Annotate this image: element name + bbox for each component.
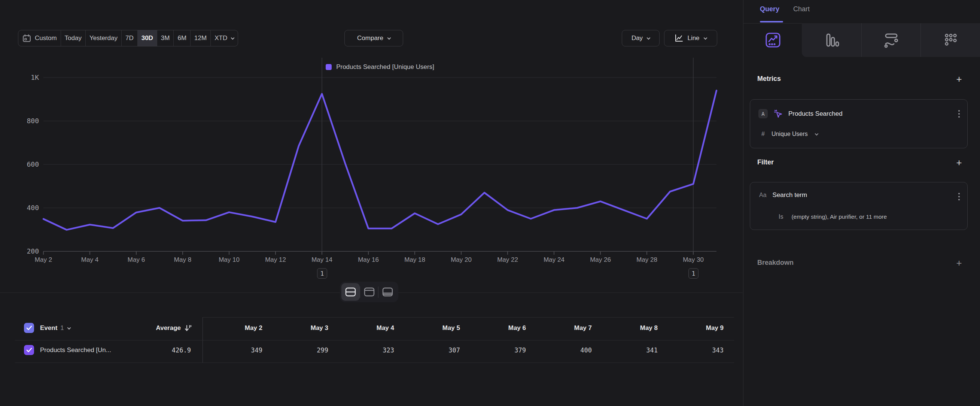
- annotation-badge-may30[interactable]: 1: [688, 268, 698, 279]
- metric-card[interactable]: A Products Searched # Unique Users: [750, 99, 968, 148]
- report-tab-retention[interactable]: [921, 23, 980, 57]
- row-checkbox[interactable]: [24, 345, 34, 355]
- chevron-down-icon: [647, 36, 651, 40]
- funnels-icon: [824, 32, 841, 49]
- add-filter-button[interactable]: +: [954, 158, 964, 168]
- select-all-checkbox[interactable]: [24, 323, 34, 333]
- column-header[interactable]: May 5: [400, 324, 460, 332]
- filter-section-title: Filter: [757, 158, 774, 166]
- view-chart-button[interactable]: [360, 283, 379, 301]
- flows-icon: [882, 31, 900, 49]
- range-3m[interactable]: 3M: [157, 30, 174, 46]
- range-7d[interactable]: 7D: [122, 30, 138, 46]
- x-tick-label: May 14: [301, 256, 342, 264]
- x-tick-label: May 10: [208, 256, 250, 264]
- column-header[interactable]: May 7: [532, 324, 592, 332]
- chevron-down-icon: [703, 36, 707, 40]
- x-tick-label: May 16: [348, 256, 389, 264]
- metric-menu-button[interactable]: [958, 110, 960, 118]
- event-pointer-icon: [773, 108, 783, 119]
- x-tick-label: May 12: [255, 256, 296, 264]
- range-12m[interactable]: 12M: [191, 30, 211, 46]
- view-toggle: [340, 282, 398, 302]
- column-header[interactable]: May 4: [334, 324, 394, 332]
- table-top-border: [202, 317, 734, 318]
- x-axis-ticks: [43, 251, 693, 255]
- series-products-searched: [43, 91, 716, 230]
- insights-icon: [764, 31, 782, 49]
- report-tab-insights[interactable]: [743, 23, 803, 57]
- analytics-app: Custom Today Yesterday 7D 30D 3M 6M 12M …: [0, 0, 980, 406]
- average-header-sort[interactable]: Average: [105, 324, 192, 332]
- chevron-down-icon: [67, 326, 71, 330]
- query-builder-sidebar: Query Chart: [743, 0, 980, 406]
- row-value: 343: [664, 346, 724, 354]
- filter-property-name: Search term: [773, 191, 807, 199]
- chart-view-icon: [364, 287, 375, 297]
- calendar-icon: [22, 34, 32, 43]
- row-value: 299: [268, 346, 328, 354]
- report-tab-funnels[interactable]: [803, 23, 862, 57]
- metric-name: Products Searched: [788, 110, 843, 118]
- range-today[interactable]: Today: [61, 30, 86, 46]
- aggregation-prefix: #: [761, 131, 765, 137]
- row-value: 307: [400, 346, 460, 354]
- granularity-button[interactable]: Day: [622, 30, 660, 46]
- aggregation-dropdown[interactable]: # Unique Users: [761, 131, 818, 137]
- row-value: 349: [202, 346, 262, 354]
- x-tick-label: May 18: [394, 256, 435, 264]
- filter-value: (empty string), Air purifier, or 11 more: [791, 213, 887, 220]
- x-tick-label: May 20: [441, 256, 482, 264]
- column-header[interactable]: May 2: [202, 324, 262, 332]
- row-value: 400: [532, 346, 592, 354]
- line-chart-icon: [675, 34, 684, 42]
- range-xtd[interactable]: XTD: [211, 30, 238, 46]
- annotation-badge-may14[interactable]: 1: [317, 268, 327, 279]
- string-type-icon: Aa: [759, 192, 767, 199]
- column-header[interactable]: May 8: [598, 324, 658, 332]
- chart-type-button[interactable]: Line: [664, 30, 717, 46]
- compare-button[interactable]: Compare: [344, 30, 403, 46]
- split-view-icon: [345, 287, 356, 297]
- average-header-label: Average: [156, 324, 181, 332]
- x-tick-label: May 24: [533, 256, 574, 264]
- range-custom[interactable]: Custom: [18, 30, 61, 46]
- filter-menu-button[interactable]: [958, 193, 960, 201]
- view-table-button[interactable]: [379, 283, 397, 301]
- x-tick-label: May 26: [580, 256, 621, 264]
- column-header[interactable]: May 3: [268, 324, 328, 332]
- table-row-separator: [15, 340, 734, 341]
- view-split-button[interactable]: [341, 283, 360, 301]
- add-breakdown-button[interactable]: +: [954, 258, 964, 268]
- column-header[interactable]: May 9: [664, 324, 724, 332]
- y-tick-label: 600: [11, 160, 39, 168]
- filter-condition[interactable]: Is (empty string), Air purifier, or 11 m…: [779, 213, 887, 220]
- event-header-label: Event: [40, 324, 57, 332]
- filter-operator: Is: [779, 213, 783, 220]
- range-6m[interactable]: 6M: [174, 30, 191, 46]
- row-value: 341: [598, 346, 658, 354]
- filter-card[interactable]: Aa Search term Is (empty string), Air pu…: [750, 182, 968, 230]
- active-tab-underline: [760, 21, 783, 22]
- add-metric-button[interactable]: +: [954, 75, 964, 84]
- metric-letter-badge: A: [758, 109, 768, 118]
- row-average-value: 426.9: [112, 346, 191, 354]
- tab-chart[interactable]: Chart: [793, 5, 810, 13]
- x-tick-label: May 6: [116, 256, 157, 264]
- row-value: 379: [466, 346, 526, 354]
- chevron-down-icon: [387, 36, 391, 40]
- y-tick-label: 800: [11, 117, 39, 125]
- aggregation-value: Unique Users: [772, 131, 808, 137]
- y-tick-label: 200: [11, 247, 39, 255]
- event-header-dropdown[interactable]: Event 1: [40, 324, 70, 332]
- range-yesterday[interactable]: Yesterday: [86, 30, 122, 46]
- range-30d-active[interactable]: 30D: [138, 30, 157, 46]
- report-tab-flows[interactable]: [862, 23, 921, 57]
- column-header[interactable]: May 6: [466, 324, 526, 332]
- x-tick-label: May 2: [23, 256, 64, 264]
- check-icon: [26, 347, 32, 352]
- tab-query[interactable]: Query: [760, 5, 780, 13]
- chevron-down-icon: [815, 132, 818, 135]
- table-row-separator: [15, 363, 734, 363]
- metrics-section-title: Metrics: [757, 75, 781, 83]
